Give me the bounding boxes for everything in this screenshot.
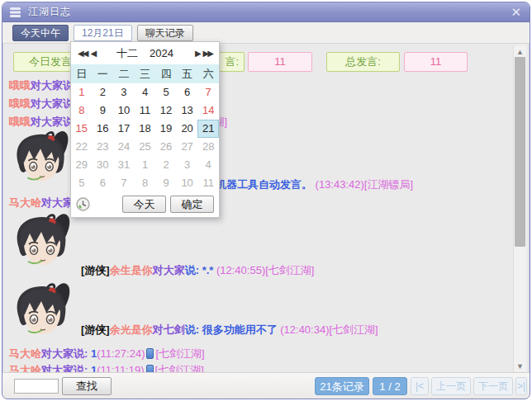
calendar-day[interactable]: 27 (177, 138, 198, 156)
prev-year-icon[interactable]: ◀◀ (76, 49, 88, 58)
calendar-day[interactable]: 9 (155, 174, 177, 192)
message-segment: *.* (202, 264, 214, 276)
last-page-button[interactable]: >| (515, 377, 527, 395)
calendar-day[interactable]: 21 (197, 120, 219, 138)
message-segment: 很多功能用不了 (202, 323, 278, 336)
calendar-day[interactable]: 17 (113, 120, 135, 138)
calendar-day[interactable]: 6 (93, 174, 114, 192)
tab-today-noon[interactable]: 今天中午 (12, 25, 69, 41)
first-page-button[interactable]: |< (411, 377, 429, 395)
title-bar[interactable]: 江湖日志 ✕ (2, 2, 530, 22)
calendar-day[interactable]: 10 (177, 174, 198, 192)
calendar-day[interactable]: 4 (197, 156, 219, 174)
message-segment: 哦哦 (9, 97, 31, 110)
calendar-title: 十二2024 (97, 46, 193, 61)
calendar-day[interactable]: 9 (93, 101, 114, 120)
calendar-day[interactable]: 22 (71, 138, 93, 156)
prev-page-button[interactable]: 上一页 (431, 377, 471, 395)
scroll-thumb[interactable] (515, 57, 525, 247)
calendar-day[interactable]: 12 (155, 101, 177, 120)
calendar-day[interactable]: 10 (113, 101, 135, 120)
scroll-down-icon[interactable]: ▼ (514, 362, 526, 370)
window-title: 江湖日志 (28, 5, 71, 19)
avatar (9, 128, 74, 192)
calendar-day[interactable]: 3 (113, 83, 135, 101)
scrollbar[interactable]: ▲ ▼ (513, 45, 526, 373)
calendar-day[interactable]: 5 (155, 83, 177, 101)
calendar-day[interactable]: 4 (135, 83, 156, 101)
calendar-day[interactable]: 1 (135, 156, 156, 174)
message-segment: 对大家说: (41, 347, 91, 360)
chat-message: 机器工具自动发言。 (13:43:42)[江湖镖局] (216, 177, 413, 192)
calendar-day[interactable]: 11 (197, 174, 219, 192)
records-count-badge: 21条记录 (315, 377, 369, 395)
calendar-day[interactable]: 7 (197, 83, 219, 101)
calendar-day[interactable]: 11 (135, 101, 156, 120)
calendar-day[interactable]: 29 (71, 156, 93, 174)
calendar-day[interactable]: 24 (113, 138, 135, 156)
calendar-day[interactable]: 7 (113, 174, 135, 192)
message-segment: 哦哦 (9, 116, 31, 128)
calendar-day[interactable]: 26 (155, 138, 177, 156)
calendar-day[interactable]: 14 (197, 101, 219, 120)
calendar-day[interactable]: 13 (177, 101, 198, 120)
message-segment: (12:40:55)[七剑江湖] (213, 264, 314, 276)
calendar-day[interactable]: 2 (155, 156, 177, 174)
calendar-day[interactable]: 5 (71, 174, 93, 192)
close-icon[interactable]: ✕ (511, 5, 521, 20)
calendar-day[interactable]: 2 (93, 83, 114, 101)
calendar-day-header: 二 (113, 64, 135, 83)
calendar-day[interactable]: 8 (135, 174, 156, 192)
clock-icon (76, 197, 90, 211)
message-segment: 哦哦 (9, 79, 31, 92)
calendar-day[interactable]: 8 (71, 101, 93, 120)
message-segment: [游侠] (81, 264, 110, 276)
next-year-icon[interactable]: ▶▶ (202, 49, 214, 58)
calendar-popup: ◀◀ ◀ 十二2024 ▶ ▶▶ 日一二三四五六 123456789101112… (70, 41, 220, 218)
tab-date-field[interactable]: 12月21日 (74, 25, 132, 41)
calendar-day[interactable]: 25 (135, 138, 156, 156)
message-segment: 余生是你 (110, 264, 153, 276)
next-page-button[interactable]: 下一页 (473, 377, 513, 395)
total-speech-label: 总发言: (326, 52, 400, 72)
confirm-button[interactable]: 确定 (170, 196, 214, 213)
message-segment: 对大家 (153, 264, 185, 276)
calendar-day[interactable]: 16 (93, 120, 114, 138)
avatar (9, 280, 75, 346)
calendar-day[interactable]: 18 (135, 120, 156, 138)
search-button[interactable]: 查找 (62, 377, 112, 395)
calendar-day-header: 三 (135, 64, 156, 83)
calendar-day-header: 日 (71, 64, 93, 83)
today-button[interactable]: 今天 (122, 196, 166, 213)
calendar-day[interactable]: 15 (71, 120, 93, 138)
message-segment: 马大哈 (9, 347, 41, 360)
avatar (9, 210, 75, 276)
message-segment: (11:27:24) (97, 347, 145, 360)
scroll-up-icon[interactable]: ▲ (514, 48, 526, 56)
calendar-footer: 今天 确定 (71, 194, 219, 217)
calendar-day[interactable]: 20 (177, 120, 198, 138)
calendar-day[interactable]: 31 (113, 156, 135, 174)
calendar-day[interactable]: 28 (197, 138, 219, 156)
tab-chat-records[interactable]: 聊天记录 (137, 25, 193, 41)
search-input[interactable] (14, 379, 59, 394)
chat-message: [游侠]余生是你对大家说: *.* (12:40:55)[七剑江湖] (81, 263, 314, 278)
calendar-day[interactable]: 30 (93, 156, 114, 174)
layers-icon (9, 7, 22, 18)
message-segment: 说: (185, 323, 202, 336)
calendar-day[interactable]: 23 (93, 138, 114, 156)
message-segment: 马大哈 (9, 196, 41, 209)
calendar-day[interactable]: 6 (177, 83, 198, 101)
calendar-year: 2024 (150, 47, 173, 59)
calendar-header: ◀◀ ◀ 十二2024 ▶ ▶▶ (71, 42, 219, 64)
footer-bar: 查找 21条记录 1 / 2 |< 上一页 下一页 >| (2, 372, 530, 399)
today-speech-count: 11 (248, 52, 312, 72)
calendar-day[interactable]: 1 (71, 83, 93, 101)
message-segment: [游侠] (81, 323, 110, 336)
calendar-day[interactable]: 3 (177, 156, 198, 174)
prev-month-icon[interactable]: ◀ (88, 49, 97, 58)
calendar-day[interactable]: 19 (155, 120, 177, 138)
calendar-day-header: 五 (177, 64, 198, 83)
chat-message: [游侠]余光是你对七剑说: 很多功能用不了 (12:40:34)[七剑江湖] (81, 323, 378, 337)
next-month-icon[interactable]: ▶ (193, 49, 202, 58)
